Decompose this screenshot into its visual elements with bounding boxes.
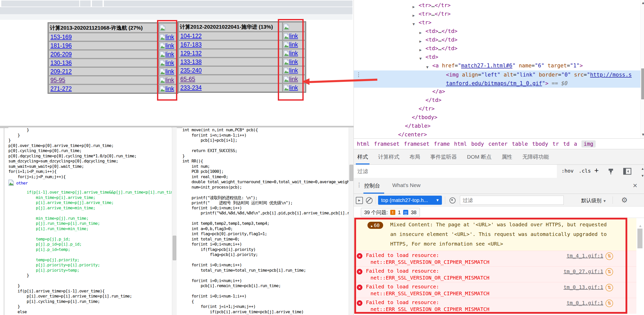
match-range-link[interactable]: 133-138 [180,59,202,65]
breadcrumb-item-html[interactable]: html [454,141,467,147]
expand-icon[interactable]: ▶ [419,38,422,45]
match-graph-link[interactable]: link [284,84,298,91]
dom-tree-node[interactable]: </a> [432,88,445,95]
collapse-icon[interactable]: ▼ [419,55,422,62]
match-range-link[interactable]: 130-136 [50,60,72,66]
warning-count-badge[interactable]: ▶60 [367,222,383,229]
match-range-link[interactable]: 271-272 [50,85,72,92]
match-range-link[interactable]: 167-183 [180,41,202,48]
collapse-icon[interactable]: ▼ [413,20,415,28]
console-scrollbar[interactable]: ▲ [636,218,644,315]
breadcrumb-item-tbody[interactable]: tbody [532,141,548,147]
match-range-link[interactable]: 65-65 [180,76,195,82]
expand-icon[interactable]: ▶ [419,29,422,36]
dom-tree-node[interactable]: ▶<td>…</td> [425,36,457,44]
tab-无障碍功能[interactable]: 无障碍功能 [522,149,549,164]
collapse-icon[interactable]: ▼ [426,63,428,71]
tab-计算样式[interactable]: 计算样式 [378,149,399,164]
match-graph-link[interactable]: link [284,50,298,57]
scroll-down-icon[interactable]: ▼ [641,132,644,137]
match-range-link[interactable]: 233-234 [180,84,202,91]
dom-tree-node[interactable]: ▶<tr>…</tr> [419,10,451,18]
tab-whats-new[interactable]: What's New [392,182,420,188]
elements-scrollbar[interactable]: ▲ ▼ [640,0,644,138]
match-range-link[interactable]: 209-212 [50,68,72,75]
new-style-rule-button[interactable]: + [594,166,599,175]
match-graph-link[interactable]: link [284,33,298,39]
panel-scroll-up-icon[interactable]: ▲ [641,167,644,171]
tab-console[interactable]: 控制台 [364,182,380,189]
toggle-element-state-button[interactable]: :hov [561,168,574,174]
console-error-row[interactable]: ×Failed to load resource:net::ERR_SSL_VE… [354,298,636,314]
issues-counter[interactable]: 39 个问题: ! 1 38 [361,208,420,217]
console-warning-row[interactable]: ▶60Mixed Content: The page at '<URL>' wa… [354,218,636,251]
live-expression-eye-icon[interactable] [450,197,456,203]
console-filter-input[interactable] [460,196,564,205]
match-range-link[interactable]: 95-95 [50,77,65,83]
dom-tree-node[interactable]: ▶<td>…</td> [425,27,457,35]
clear-console-icon[interactable] [366,197,373,204]
console-settings-gear-icon[interactable]: ⚙ [621,196,628,204]
expand-icon[interactable]: ▶ [413,12,415,19]
dom-tree-node[interactable]: </center> [398,131,427,138]
javascript-context-dropdown[interactable]: top (match27-top.h... ▼ [378,196,442,205]
node-menu-icon[interactable]: ⋮ [356,71,361,78]
match-range-link[interactable]: 181-196 [50,42,72,49]
match-graph-link[interactable]: link [160,85,174,92]
panel-scroll-down-icon[interactable]: ▼ [641,174,644,178]
match-graph-link[interactable]: link [284,41,298,48]
expand-icon[interactable]: ▶ [419,46,422,54]
error-source-link[interactable]: tm_0_13.gif:1 [563,284,603,290]
breadcrumb-item-frameset[interactable]: frameset [404,141,430,147]
match-graph-link[interactable]: link [160,34,174,40]
error-source-link[interactable]: tm_4_1.gif:1 [567,253,603,259]
code-right-scrollbar-thumb[interactable] [349,165,353,181]
dom-tree-node[interactable]: </tbody> [412,114,437,121]
match-graph-link[interactable]: link [160,42,174,49]
browser-tab[interactable] [80,1,91,7]
match-graph-link[interactable]: link [284,67,298,74]
code-other-link[interactable]: other [16,181,28,186]
console-error-row[interactable]: ×Failed to load resource:net::ERR_SSL_VE… [354,266,636,282]
breadcrumb-item-html[interactable]: html [357,141,370,147]
breadcrumb-item-body[interactable]: body [471,141,484,147]
dom-tree-node[interactable]: ▼<td> [425,53,438,61]
breadcrumb-item-table[interactable]: table [512,141,528,147]
match-range-link[interactable]: 206-209 [50,51,72,58]
match-graph-link[interactable]: link [284,59,298,65]
match-range-link[interactable]: 235-240 [180,67,202,74]
browser-tab[interactable] [1,1,79,7]
error-source-link[interactable]: tm_0_1.gif:1 [567,300,603,306]
match-graph-link[interactable]: link [284,76,298,82]
tab-DOM 断点[interactable]: DOM 断点 [467,149,492,164]
dom-tree-node[interactable]: ▶<tr>…</tr> [419,2,451,9]
code-left-scrollbar-thumb[interactable] [173,236,176,260]
code-left-scrollbar[interactable] [172,127,177,315]
breadcrumb-item-img[interactable]: img [581,140,596,147]
expand-icon[interactable]: ▶ [371,224,373,228]
scroll-up-icon[interactable]: ▲ [638,224,642,228]
breadcrumb-item-center[interactable]: center [488,141,508,147]
console-error-row[interactable]: ×Failed to load resource:net::ERR_SSL_VE… [354,282,636,298]
browser-tab[interactable] [104,1,353,7]
log-level-dropdown[interactable]: 默认级别 ▼ [581,197,606,204]
tab-样式[interactable]: 样式 [357,149,368,164]
match-range-link[interactable]: 104-122 [180,33,202,39]
match-range-link[interactable]: 153-169 [50,34,72,40]
scroll-up-icon[interactable]: ▲ [641,1,644,5]
breadcrumb-item-tr[interactable]: tr [553,141,559,147]
expand-icon[interactable]: ▶ [413,3,415,11]
breadcrumb-item-frame[interactable]: frame [434,141,450,147]
match-graph-link[interactable]: link [160,68,174,75]
console-sidebar-toggle-icon[interactable]: ▶ [356,197,363,204]
browser-tab[interactable] [92,1,103,7]
code-right-scrollbar[interactable] [349,127,354,315]
styles-filter-input[interactable] [354,165,557,178]
dock-sidebar-icon[interactable] [623,168,631,175]
match-graph-link[interactable]: link [160,60,174,66]
dom-tree-node[interactable]: </tr> [419,105,435,113]
breadcrumb-item-frameset[interactable]: frameset [374,141,400,147]
elements-scrollbar-thumb[interactable] [641,68,644,99]
more-tools-menu-icon[interactable]: ⋮ [356,182,362,188]
element-classes-button[interactable]: .cls [579,168,591,174]
